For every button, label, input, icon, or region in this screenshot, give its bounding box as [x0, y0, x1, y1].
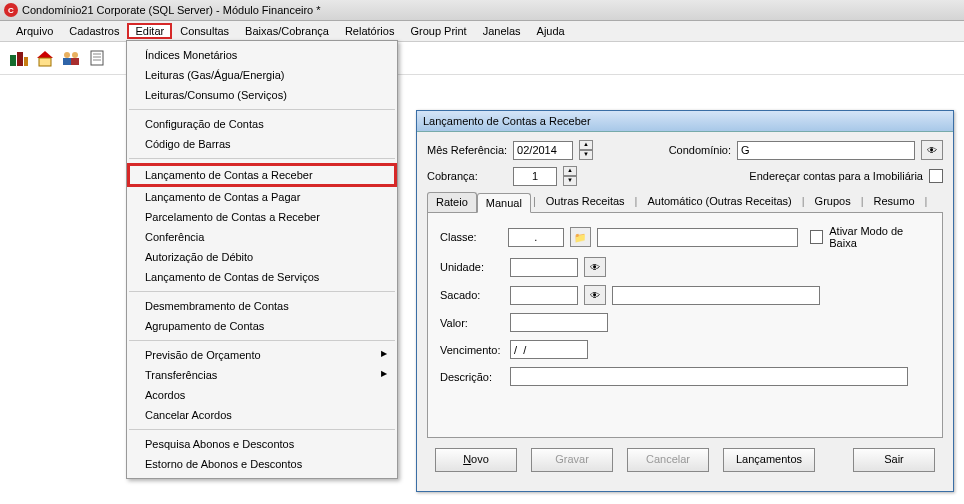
tab-manual[interactable]: Manual — [477, 193, 531, 213]
toolbar-icon-document[interactable] — [86, 47, 108, 69]
dd-codigo-barras[interactable]: Código de Barras — [127, 134, 397, 154]
novo-button[interactable]: Novo — [435, 448, 517, 472]
dd-separator — [129, 340, 395, 341]
window-title: Lançamento de Contas a Receber — [423, 115, 591, 127]
dd-conferencia[interactable]: Conferência — [127, 227, 397, 247]
dd-agrupamento[interactable]: Agrupamento de Contas — [127, 316, 397, 336]
dd-config-contas[interactable]: Configuração de Contas — [127, 114, 397, 134]
ativar-baixa-checkbox[interactable] — [810, 230, 824, 244]
dd-lanc-contas-servicos[interactable]: Lançamento de Contas de Serviços — [127, 267, 397, 287]
dd-separator — [129, 291, 395, 292]
svg-rect-4 — [39, 58, 51, 66]
svg-rect-9 — [91, 51, 103, 65]
sacado-name-input[interactable] — [612, 286, 820, 305]
menu-relatorios[interactable]: Relatórios — [337, 23, 403, 39]
mes-referencia-label: Mês Referência: — [427, 144, 507, 156]
menu-janelas[interactable]: Janelas — [475, 23, 529, 39]
dd-parcelamento[interactable]: Parcelamento de Contas a Receber — [127, 207, 397, 227]
menu-bar: Arquivo Cadastros Editar Consultas Baixa… — [0, 21, 964, 42]
svg-rect-0 — [10, 55, 16, 66]
lancamentos-button[interactable]: Lançamentos — [723, 448, 815, 472]
enderecar-label: Endereçar contas para a Imobiliária — [749, 170, 923, 182]
dd-leituras-consumo[interactable]: Leituras/Consumo (Serviços) — [127, 85, 397, 105]
condominio-search-icon[interactable]: 👁 — [921, 140, 943, 160]
toolbar-icon-users[interactable] — [60, 47, 82, 69]
cancelar-button[interactable]: Cancelar — [627, 448, 709, 472]
vencimento-input[interactable] — [510, 340, 588, 359]
toolbar-icon-buildings[interactable] — [8, 47, 30, 69]
classe-desc-input[interactable] — [597, 228, 798, 247]
toolbar-icon-house[interactable] — [34, 47, 56, 69]
svg-rect-8 — [71, 58, 79, 65]
classe-folder-icon[interactable]: 📁 — [570, 227, 591, 247]
tab-outras-receitas[interactable]: Outras Receitas — [538, 192, 633, 212]
sair-button[interactable]: Sair — [853, 448, 935, 472]
menu-consultas[interactable]: Consultas — [172, 23, 237, 39]
dd-previsao-orcamento[interactable]: Previsão de Orçamento — [127, 345, 397, 365]
valor-label: Valor: — [440, 317, 504, 329]
unidade-label: Unidade: — [440, 261, 504, 273]
dd-separator — [129, 429, 395, 430]
sacado-label: Sacado: — [440, 289, 504, 301]
mes-referencia-input[interactable] — [513, 141, 573, 160]
svg-rect-2 — [24, 57, 28, 66]
tabs: Rateio Manual | Outras Receitas | Automá… — [427, 192, 943, 213]
dd-leituras-gas[interactable]: Leituras (Gas/Água/Energia) — [127, 65, 397, 85]
dd-lanc-contas-pagar[interactable]: Lançamento de Contas a Pagar — [127, 187, 397, 207]
svg-rect-1 — [17, 52, 23, 66]
dd-transferencias[interactable]: Transferências — [127, 365, 397, 385]
descricao-label: Descrição: — [440, 371, 504, 383]
menu-group-print[interactable]: Group Print — [402, 23, 474, 39]
cobranca-input[interactable] — [513, 167, 557, 186]
dd-lanc-contas-receber[interactable]: Lançamento de Contas a Receber — [127, 163, 397, 187]
tab-resumo[interactable]: Resumo — [866, 192, 923, 212]
mes-spinner[interactable]: ▲▼ — [579, 140, 593, 160]
tab-panel-manual: Classe: 📁 Ativar Modo de Baixa Unidade: … — [427, 213, 943, 438]
menu-editar[interactable]: Editar — [127, 23, 172, 39]
condominio-input[interactable] — [737, 141, 915, 160]
unidade-input[interactable] — [510, 258, 578, 277]
cobranca-label: Cobrança: — [427, 170, 507, 182]
menu-cadastros[interactable]: Cadastros — [61, 23, 127, 39]
condominio-label: Condomínio: — [669, 144, 731, 156]
unidade-search-icon[interactable]: 👁 — [584, 257, 606, 277]
tab-rateio[interactable]: Rateio — [427, 192, 477, 212]
valor-input[interactable] — [510, 313, 608, 332]
dd-autorizacao-debito[interactable]: Autorização de Débito — [127, 247, 397, 267]
editar-dropdown: Índices Monetários Leituras (Gas/Água/En… — [126, 40, 398, 479]
classe-label: Classe: — [440, 231, 502, 243]
tab-grupos[interactable]: Grupos — [807, 192, 859, 212]
classe-code-input[interactable] — [508, 228, 564, 247]
svg-marker-3 — [37, 51, 53, 58]
app-title: Condomínio21 Corporate (SQL Server) - Mó… — [22, 4, 321, 16]
menu-baixas-cobranca[interactable]: Baixas/Cobrança — [237, 23, 337, 39]
lancamento-window: Lançamento de Contas a Receber Mês Refer… — [416, 110, 954, 492]
descricao-input[interactable] — [510, 367, 908, 386]
vencimento-label: Vencimento: — [440, 344, 504, 356]
app-icon: C — [4, 3, 18, 17]
enderecar-checkbox[interactable] — [929, 169, 943, 183]
dd-desmembramento[interactable]: Desmembramento de Contas — [127, 296, 397, 316]
gravar-button[interactable]: Gravar — [531, 448, 613, 472]
dd-acordos[interactable]: Acordos — [127, 385, 397, 405]
menu-ajuda[interactable]: Ajuda — [529, 23, 573, 39]
dd-separator — [129, 109, 395, 110]
window-title-bar[interactable]: Lançamento de Contas a Receber — [417, 111, 953, 132]
dd-indices-monetarios[interactable]: Índices Monetários — [127, 45, 397, 65]
menu-arquivo[interactable]: Arquivo — [8, 23, 61, 39]
svg-point-5 — [64, 52, 70, 58]
svg-point-7 — [72, 52, 78, 58]
svg-rect-6 — [63, 58, 71, 65]
dd-pesquisa-abonos[interactable]: Pesquisa Abonos e Descontos — [127, 434, 397, 454]
sacado-code-input[interactable] — [510, 286, 578, 305]
dd-cancelar-acordos[interactable]: Cancelar Acordos — [127, 405, 397, 425]
dd-separator — [129, 158, 395, 159]
cobranca-spinner[interactable]: ▲▼ — [563, 166, 577, 186]
sacado-search-icon[interactable]: 👁 — [584, 285, 606, 305]
button-row: Novo Gravar Cancelar Lançamentos Sair — [427, 448, 943, 472]
dd-estorno-abonos[interactable]: Estorno de Abonos e Descontos — [127, 454, 397, 474]
app-title-bar: C Condomínio21 Corporate (SQL Server) - … — [0, 0, 964, 21]
tab-automatico[interactable]: Automático (Outras Receitas) — [639, 192, 799, 212]
ativar-baixa-label: Ativar Modo de Baixa — [829, 225, 930, 249]
